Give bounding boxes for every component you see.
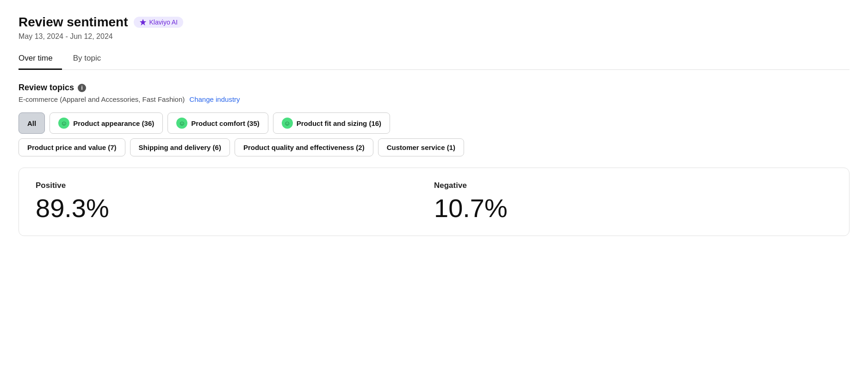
positive-label: Positive	[36, 181, 434, 190]
topic-chip-fit[interactable]: ☺ Product fit and sizing (16)	[273, 112, 390, 134]
negative-value: 10.7%	[434, 194, 832, 223]
ai-badge-label: Klaviyo AI	[149, 19, 178, 26]
chip-label-fit: Product fit and sizing (16)	[297, 119, 381, 127]
positive-metric: Positive 89.3%	[36, 181, 434, 223]
change-industry-link[interactable]: Change industry	[189, 95, 240, 103]
topic-chip-quality[interactable]: Product quality and effectiveness (2)	[235, 138, 373, 156]
chip-label-price: Product price and value (7)	[27, 143, 117, 151]
chip-label-service: Customer service (1)	[387, 143, 455, 151]
date-range: May 13, 2024 - Jun 12, 2024	[19, 32, 849, 41]
header-row: Review sentiment Klaviyo AI	[19, 15, 849, 30]
smiley-comfort: ☺	[176, 118, 187, 129]
topic-chip-appearance[interactable]: ☺ Product appearance (36)	[50, 112, 163, 134]
topics-row-1: All ☺ Product appearance (36) ☺ Product …	[19, 112, 849, 134]
smiley-appearance: ☺	[58, 118, 69, 129]
ai-badge: Klaviyo AI	[134, 17, 183, 28]
tab-over-time[interactable]: Over time	[19, 49, 62, 70]
chip-label-shipping: Shipping and delivery (6)	[139, 143, 221, 151]
all-label: All	[27, 119, 36, 127]
review-topics-title: Review topics	[19, 83, 74, 93]
page-title: Review sentiment	[19, 15, 128, 30]
topic-chip-service[interactable]: Customer service (1)	[378, 138, 464, 156]
topics-row-2: Product price and value (7) Shipping and…	[19, 138, 849, 156]
metrics-card: Positive 89.3% Negative 10.7%	[19, 168, 849, 236]
tabs-container: Over time By topic	[19, 49, 849, 70]
topic-chip-all[interactable]: All	[19, 112, 45, 134]
tab-by-topic[interactable]: By topic	[71, 49, 110, 70]
info-icon[interactable]: i	[78, 84, 86, 92]
topic-chip-comfort[interactable]: ☺ Product comfort (35)	[167, 112, 268, 134]
negative-label: Negative	[434, 181, 832, 190]
smiley-fit: ☺	[282, 118, 293, 129]
svg-marker-0	[140, 19, 146, 25]
positive-value: 89.3%	[36, 194, 434, 223]
review-topics-header: Review topics i	[19, 83, 849, 93]
chip-label-quality: Product quality and effectiveness (2)	[243, 143, 365, 151]
chip-label-comfort: Product comfort (35)	[191, 119, 260, 127]
klaviyo-ai-icon	[139, 19, 147, 26]
topic-chip-price[interactable]: Product price and value (7)	[19, 138, 125, 156]
chip-label-appearance: Product appearance (36)	[73, 119, 154, 127]
negative-metric: Negative 10.7%	[434, 181, 832, 223]
industry-row: E-commerce (Apparel and Accessories, Fas…	[19, 95, 849, 103]
industry-text: E-commerce (Apparel and Accessories, Fas…	[19, 95, 185, 103]
topic-chip-shipping[interactable]: Shipping and delivery (6)	[130, 138, 230, 156]
